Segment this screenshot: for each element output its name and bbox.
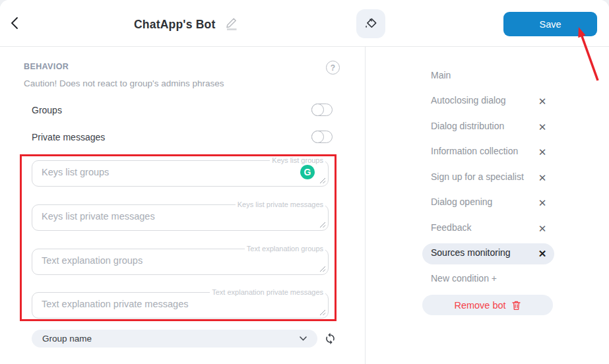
group-name-select[interactable]: Group name — [32, 330, 317, 348]
close-icon[interactable]: ✕ — [537, 121, 548, 134]
remove-bot-button[interactable]: Remove bot — [422, 295, 553, 315]
close-icon[interactable]: ✕ — [537, 171, 548, 185]
condition-label[interactable]: Dialog distribution — [431, 121, 504, 131]
help-button[interactable]: ? — [326, 61, 340, 75]
close-icon[interactable]: ✕ — [537, 197, 548, 210]
private-messages-toggle-label: Private messages — [32, 132, 105, 142]
close-icon[interactable]: ✕ — [537, 222, 548, 235]
text-explanation-groups-field: Text explanation groups — [32, 249, 329, 275]
condition-label[interactable]: Sign up for a specialist — [431, 171, 524, 182]
page-title: ChatApp's Bot — [134, 18, 215, 32]
condition-label[interactable]: Sources monitoring — [431, 247, 511, 258]
refresh-groups-button[interactable] — [323, 331, 338, 346]
condition-label[interactable]: Main — [431, 70, 451, 80]
private-messages-toggle[interactable] — [311, 131, 333, 143]
keys-list-groups-field: Keys list groups — [32, 160, 329, 187]
caution-text: Caution! Does not react to group's admin… — [24, 78, 224, 88]
close-icon[interactable]: ✕ — [537, 146, 548, 159]
field-floating-label: Text explanation private messages — [210, 288, 325, 297]
theme-fill-button[interactable] — [356, 9, 385, 38]
condition-label[interactable]: Dialog opening — [431, 197, 492, 207]
question-mark-icon: ? — [331, 63, 335, 73]
edit-title-icon[interactable] — [224, 16, 239, 34]
keys-list-private-messages-field: Keys list private messages — [32, 204, 329, 231]
refresh-icon — [324, 332, 337, 345]
text-explanation-private-messages-field: Text explanation private messages — [32, 292, 329, 318]
field-floating-label: Keys list private messages — [236, 200, 325, 210]
remove-bot-label: Remove bot — [454, 300, 505, 311]
back-button[interactable] — [7, 15, 24, 32]
close-icon[interactable]: ✕ — [537, 95, 548, 108]
header: ChatApp's Bot Save — [0, 0, 609, 47]
toggle-knob — [311, 131, 324, 143]
field-floating-label: Keys list groups — [270, 156, 325, 166]
trash-icon — [511, 300, 521, 311]
resize-handle-icon[interactable] — [319, 309, 326, 316]
add-condition-label[interactable]: New condition + — [431, 273, 497, 284]
field-floating-label: Text explanation groups — [245, 244, 325, 254]
condition-label[interactable]: Feedback — [431, 222, 471, 233]
chevron-down-icon — [300, 336, 307, 341]
groups-toggle-label: Groups — [32, 105, 62, 115]
groups-toggle[interactable] — [311, 104, 333, 116]
chevron-left-icon — [7, 15, 24, 32]
resize-handle-icon[interactable] — [319, 177, 326, 184]
close-icon[interactable]: ✕ — [537, 247, 548, 260]
bot-settings-window: ChatApp's Bot Save BEHAVIOR ? Caution! D… — [0, 0, 609, 364]
condition-label[interactable]: Autoclosing dialog — [431, 95, 506, 106]
save-button[interactable]: Save — [503, 12, 597, 36]
resize-handle-icon[interactable] — [319, 266, 326, 272]
condition-label[interactable]: Information collection — [431, 146, 518, 156]
resize-handle-icon[interactable] — [319, 222, 326, 228]
panel-divider — [365, 46, 366, 364]
paint-bucket-icon — [363, 16, 379, 32]
group-name-select-value: Group name — [42, 334, 300, 344]
grammarly-icon: G — [300, 165, 315, 179]
behavior-section-title: BEHAVIOR — [24, 62, 69, 71]
toggle-knob — [311, 104, 324, 116]
